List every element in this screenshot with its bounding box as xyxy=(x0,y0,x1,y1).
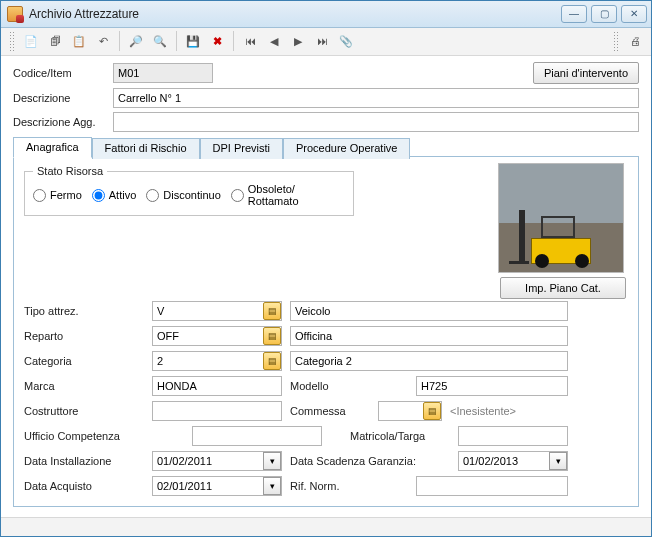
forklift-icon xyxy=(509,204,609,264)
codice-label: Codice/Item xyxy=(13,65,113,81)
categoria-label: Categoria xyxy=(24,353,144,369)
radio-attivo-input[interactable] xyxy=(92,189,105,202)
maximize-button[interactable]: ▢ xyxy=(591,5,617,23)
minimize-button[interactable]: — xyxy=(561,5,587,23)
data-install-label: Data Installazione xyxy=(24,453,144,469)
data-acq-label: Data Acquisto xyxy=(24,478,144,494)
costruttore-label: Costruttore xyxy=(24,403,144,419)
tab-anagrafica[interactable]: Anagrafica xyxy=(13,137,92,158)
categoria-lookup-icon[interactable]: ▤ xyxy=(263,352,281,370)
statusbar xyxy=(1,517,651,536)
delete-icon[interactable]: ✖ xyxy=(207,31,227,51)
find-all-icon[interactable]: 🔍 xyxy=(150,31,170,51)
tipo-attrez-lookup-icon[interactable]: ▤ xyxy=(263,302,281,320)
app-window: Archivio Attrezzature — ▢ ✕ 📄 🗐 📋 ↶ 🔎 🔍 … xyxy=(0,0,652,537)
costruttore-field[interactable] xyxy=(152,401,282,421)
radio-obsoleto-input[interactable] xyxy=(231,189,244,202)
categoria-desc[interactable] xyxy=(290,351,568,371)
rif-norm-label: Rif. Norm. xyxy=(290,478,408,494)
find-icon[interactable]: 🔎 xyxy=(126,31,146,51)
descrizione-field[interactable] xyxy=(113,88,639,108)
ufficio-label: Ufficio Competenza xyxy=(24,428,184,444)
radio-obsoleto[interactable]: Obsoleto/ Rottamato xyxy=(231,183,299,207)
tipo-attrez-desc[interactable] xyxy=(290,301,568,321)
reparto-desc[interactable] xyxy=(290,326,568,346)
marca-label: Marca xyxy=(24,378,144,394)
paste-icon[interactable]: 📋 xyxy=(69,31,89,51)
radio-discontinuo[interactable]: Discontinuo xyxy=(146,189,220,202)
toolbar-grip-right xyxy=(613,31,619,51)
window-title: Archivio Attrezzature xyxy=(29,7,139,21)
piani-button[interactable]: Piani d'intervento xyxy=(533,62,639,84)
new-icon[interactable]: 📄 xyxy=(21,31,41,51)
toolbar: 📄 🗐 📋 ↶ 🔎 🔍 💾 ✖ ⏮ ◀ ▶ ⏭ 📎 🖨 xyxy=(1,28,651,56)
radio-fermo-input[interactable] xyxy=(33,189,46,202)
toolbar-grip xyxy=(9,31,15,51)
modello-field[interactable] xyxy=(416,376,568,396)
nav-next-icon[interactable]: ▶ xyxy=(288,31,308,51)
radio-discontinuo-input[interactable] xyxy=(146,189,159,202)
marca-field[interactable] xyxy=(152,376,282,396)
nav-prev-icon[interactable]: ◀ xyxy=(264,31,284,51)
modello-label: Modello xyxy=(290,378,408,394)
tab-dpi[interactable]: DPI Previsti xyxy=(200,138,283,159)
matricola-label: Matricola/Targa xyxy=(350,428,450,444)
save-icon[interactable]: 💾 xyxy=(183,31,203,51)
ufficio-field[interactable] xyxy=(192,426,322,446)
imp-piano-cat-button[interactable]: Imp. Piano Cat. xyxy=(500,277,626,299)
content-area: Codice/Item Piani d'intervento Descrizio… xyxy=(1,56,651,517)
commessa-desc: <Inesistente> xyxy=(450,405,568,417)
app-icon xyxy=(7,6,23,22)
tipo-attrez-label: Tipo attrez. xyxy=(24,303,144,319)
tabstrip: Anagrafica Fattori di Rischio DPI Previs… xyxy=(13,137,410,158)
stato-risorsa-group: Stato Risorsa Fermo Attivo xyxy=(24,165,354,216)
commessa-label: Commessa xyxy=(290,403,370,419)
tab-procedure[interactable]: Procedure Operative xyxy=(283,138,411,159)
tab-fattori[interactable]: Fattori di Rischio xyxy=(92,138,200,159)
data-scad-label: Data Scadenza Garanzia: xyxy=(290,453,450,469)
codice-field[interactable] xyxy=(113,63,213,83)
print-icon[interactable]: 🖨 xyxy=(625,31,645,51)
rif-norm-field[interactable] xyxy=(416,476,568,496)
reparto-label: Reparto xyxy=(24,328,144,344)
calendar-icon[interactable]: ▾ xyxy=(549,452,567,470)
tab-panel: Anagrafica Fattori di Rischio DPI Previs… xyxy=(13,156,639,507)
anagrafica-form: Tipo attrez. ▤ Reparto ▤ Categoria ▤ xyxy=(24,301,628,496)
header-form: Codice/Item Piani d'intervento Descrizio… xyxy=(13,62,639,132)
close-button[interactable]: ✕ xyxy=(621,5,647,23)
radio-attivo[interactable]: Attivo xyxy=(92,189,137,202)
reparto-lookup-icon[interactable]: ▤ xyxy=(263,327,281,345)
equipment-photo xyxy=(498,163,624,273)
descrizione-agg-field[interactable] xyxy=(113,112,639,132)
nav-first-icon[interactable]: ⏮ xyxy=(240,31,260,51)
descrizione-label: Descrizione xyxy=(13,90,113,106)
descrizione-agg-label: Descrizione Agg. xyxy=(13,114,113,130)
stato-legend: Stato Risorsa xyxy=(33,165,107,177)
commessa-lookup-icon[interactable]: ▤ xyxy=(423,402,441,420)
matricola-field[interactable] xyxy=(458,426,568,446)
radio-fermo[interactable]: Fermo xyxy=(33,189,82,202)
calendar-icon[interactable]: ▾ xyxy=(263,477,281,495)
titlebar: Archivio Attrezzature — ▢ ✕ xyxy=(1,1,651,28)
undo-icon[interactable]: ↶ xyxy=(93,31,113,51)
copy-icon[interactable]: 🗐 xyxy=(45,31,65,51)
calendar-icon[interactable]: ▾ xyxy=(263,452,281,470)
attach-icon[interactable]: 📎 xyxy=(336,31,356,51)
nav-last-icon[interactable]: ⏭ xyxy=(312,31,332,51)
